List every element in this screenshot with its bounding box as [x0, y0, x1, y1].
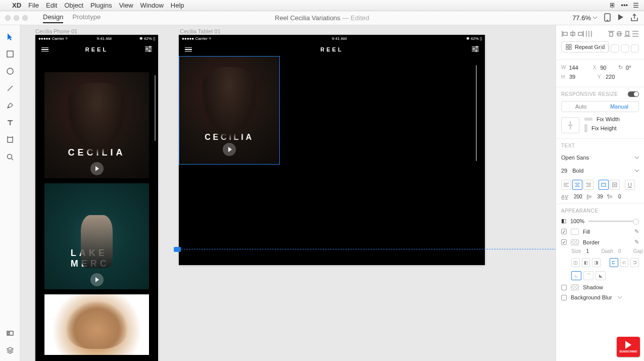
design-canvas[interactable]: Cecilia Phone 01 ●●●●● Carrier ᯤ 9:41 AM… [20, 25, 556, 361]
width-input[interactable]: 144 [569, 65, 582, 71]
join-miter-icon[interactable]: ∟ [571, 271, 581, 280]
y-input[interactable]: 220 [606, 74, 622, 80]
align-dist-icon[interactable] [585, 29, 592, 38]
text-area-mode-icon[interactable] [610, 180, 620, 190]
menu-object[interactable]: Object [64, 2, 83, 9]
artboard-label-tablet[interactable]: Cecilia Tablet 01 [180, 28, 221, 34]
align-vdist-icon[interactable] [632, 29, 639, 38]
boolean-exclude-icon[interactable] [631, 44, 639, 53]
eyedropper-icon[interactable]: ✎ [634, 239, 639, 245]
para-spacing-input[interactable]: 0 [618, 194, 621, 199]
hamburger-icon[interactable] [185, 47, 192, 52]
boolean-add-icon[interactable] [601, 44, 609, 53]
height-input[interactable]: 39 [569, 74, 585, 80]
artboard-tablet[interactable]: ●●●●● Carrier ᯤ 9:41 AM ✱ 42% ▯ REEL CEC… [179, 35, 485, 265]
pen-tool[interactable] [6, 101, 15, 110]
tab-design[interactable]: Design [43, 13, 63, 23]
shadow-swatch[interactable] [571, 284, 579, 290]
artboard-tool[interactable] [6, 135, 15, 144]
selected-layer-cecilia[interactable]: CECILIA [179, 56, 280, 165]
menu-file[interactable]: File [28, 2, 39, 9]
text-align-left-icon[interactable] [561, 180, 571, 190]
join-bevel-icon[interactable]: ◣ [596, 271, 606, 280]
resize-auto-tab[interactable]: Auto [562, 101, 600, 112]
font-size-input[interactable]: 29 [561, 168, 567, 174]
font-weight-dropdown[interactable]: Bold [572, 166, 639, 176]
menu-view[interactable]: View [119, 2, 133, 9]
artboard-label-phone[interactable]: Cecilia Phone 01 [35, 28, 77, 34]
opacity-slider[interactable] [588, 221, 639, 222]
blur-checkbox[interactable] [561, 295, 567, 300]
x-input[interactable]: 90 [600, 65, 613, 71]
text-align-center-icon[interactable] [572, 180, 582, 190]
responsive-toggle[interactable] [628, 91, 639, 97]
zoom-dropdown[interactable]: 77.6% [572, 14, 597, 22]
border-dash-input[interactable] [618, 248, 628, 254]
cap-round-icon[interactable]: ⊂ [620, 258, 629, 267]
play-button-icon[interactable] [90, 273, 104, 286]
zoom-tool[interactable] [6, 152, 15, 162]
eyedropper-icon[interactable]: ✎ [634, 228, 639, 235]
menu-help[interactable]: Help [171, 2, 184, 9]
fix-width-icon[interactable] [584, 118, 592, 121]
border-size-input[interactable] [586, 248, 596, 254]
resize-anchor-widget[interactable]: ╋ [561, 117, 579, 133]
align-top-icon[interactable] [608, 29, 615, 38]
font-family-dropdown[interactable]: Open Sans [561, 152, 639, 163]
ellipse-tool[interactable] [6, 67, 15, 76]
align-hcenter-icon[interactable] [569, 29, 576, 38]
opacity-input[interactable]: 100% [570, 218, 584, 224]
align-bottom-icon[interactable] [624, 29, 631, 38]
menu-plugins[interactable]: Plugins [90, 2, 112, 9]
cap-square-icon[interactable]: ⊐ [630, 258, 639, 267]
resize-manual-tab[interactable]: Manual [600, 101, 638, 112]
text-align-right-icon[interactable] [583, 180, 593, 190]
window-controls[interactable] [0, 15, 33, 21]
guide-handle[interactable] [174, 247, 181, 252]
app-name[interactable]: XD [12, 2, 21, 9]
cap-butt-icon[interactable]: ⊏ [610, 258, 618, 267]
border-swatch[interactable] [571, 239, 579, 245]
rectangle-tool[interactable] [6, 49, 15, 59]
device-preview-icon[interactable] [604, 13, 611, 23]
rotate-icon[interactable]: ↻ [618, 64, 623, 71]
assets-icon[interactable] [6, 329, 15, 338]
more-icon[interactable]: ••• [621, 2, 628, 9]
text-tool[interactable] [6, 118, 15, 127]
border-checkbox[interactable] [561, 239, 567, 245]
hamburger-icon[interactable] [41, 47, 48, 52]
menu-window[interactable]: Window [140, 2, 164, 9]
video-card-hair[interactable] [44, 294, 149, 355]
menu-edit[interactable]: Edit [46, 2, 57, 9]
play-button-icon[interactable] [223, 143, 236, 156]
share-icon[interactable] [631, 14, 638, 23]
select-tool[interactable] [6, 32, 15, 41]
leading-input[interactable]: 39 [598, 194, 603, 199]
filter-icon[interactable] [472, 46, 479, 54]
play-button-icon[interactable] [90, 162, 104, 175]
stroke-outer-icon[interactable]: ◨ [592, 258, 601, 267]
underline-icon[interactable]: U [625, 180, 635, 190]
join-round-icon[interactable]: ⌒ [583, 271, 593, 280]
align-right-icon[interactable] [577, 29, 584, 38]
boolean-intersect-icon[interactable] [621, 44, 629, 53]
fill-swatch[interactable] [571, 229, 579, 235]
fill-checkbox[interactable] [561, 229, 567, 234]
filter-icon[interactable] [145, 46, 152, 54]
video-card-cecilia[interactable]: CECILIA [44, 72, 149, 178]
video-card-lake[interactable]: LAKE MERC [44, 183, 149, 289]
layers-icon[interactable] [6, 346, 15, 355]
align-left-icon[interactable] [561, 29, 568, 38]
shadow-checkbox[interactable] [561, 285, 567, 290]
list-icon[interactable]: ☰ [633, 2, 639, 9]
tab-prototype[interactable]: Prototype [72, 13, 101, 23]
youtube-subscribe-badge[interactable]: SUBSCRIBE [617, 337, 640, 357]
boolean-subtract-icon[interactable] [611, 44, 619, 53]
rotation-input[interactable]: 0° [626, 65, 639, 71]
shield-icon[interactable]: ⛨ [609, 2, 616, 9]
align-vcenter-icon[interactable] [616, 29, 623, 38]
stroke-inner-icon[interactable]: ◫ [571, 258, 580, 267]
text-point-mode-icon[interactable] [599, 180, 609, 190]
play-icon[interactable] [618, 14, 624, 22]
artboard-phone[interactable]: ●●●●● Carrier ᯤ 9:41 AM ✱ 42% ▯ REEL CEC… [35, 35, 158, 361]
